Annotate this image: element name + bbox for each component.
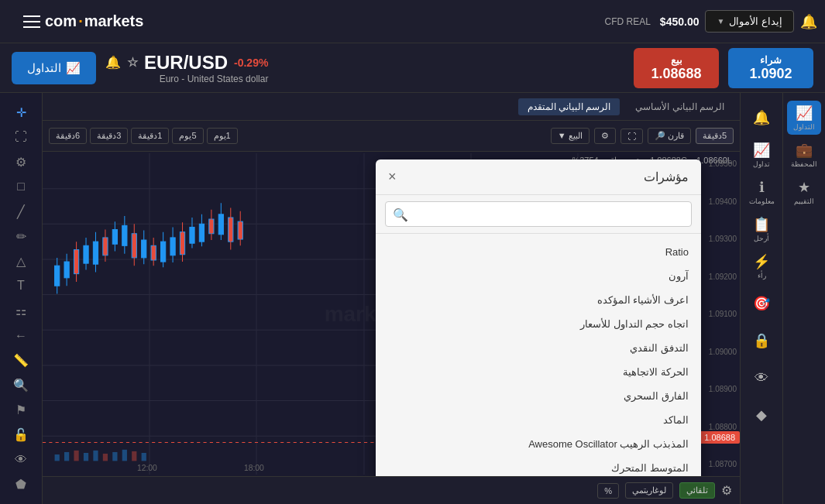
svg-text:18:00: 18:00 [244, 464, 264, 472]
tab-advanced[interactable]: الرسم البياني المتقدم [518, 98, 620, 115]
hamburger-menu-button[interactable] [15, 9, 40, 34]
tool-rectangle[interactable]: □ [5, 175, 36, 198]
tool-more[interactable]: ⬟ [5, 473, 36, 496]
far-right-trade-label: التداول [793, 123, 815, 131]
buy-price: 1.0902 [744, 66, 798, 82]
settings-button[interactable]: ⚙ [594, 128, 616, 144]
svg-rect-116 [84, 453, 88, 461]
tool-line[interactable]: ╱ [5, 200, 36, 223]
sidebar-target[interactable]: 🎯 [744, 286, 779, 321]
tool-eye[interactable]: 👁 [5, 448, 36, 471]
indicator-awesome[interactable]: المذبذب الرهيب Awesome Oscillator [376, 432, 701, 456]
tab-basic[interactable]: الرسم البياني الأساسي [626, 98, 734, 115]
tf-1min[interactable]: 1دقيقة [131, 128, 169, 144]
tf-1day[interactable]: 1يوم [207, 128, 238, 144]
timeframe-group: 1يوم 5يوم 1دقيقة 3دقيقة 6دقيقة [49, 128, 238, 144]
indicator-confirmed[interactable]: اعرف الأشياء المؤكده [376, 288, 701, 312]
tool-flag[interactable]: ⚑ [5, 399, 36, 422]
pair-name: EUR/USD [144, 52, 228, 74]
auto-button[interactable]: تلقائي [679, 482, 715, 499]
buy-button[interactable]: شراء 1.0902 [728, 48, 813, 88]
settings-gear-button[interactable]: ⚙ [721, 483, 732, 498]
sell-button[interactable]: بيع 1.08688 [634, 48, 719, 88]
sidebar-lightning[interactable]: ⚡ رأء [744, 249, 779, 283]
indicators-modal: مؤشرات × 🔍 Ratio آرون اعرف الأشياء المؤك… [376, 159, 701, 476]
trade-btn-label: التداول [27, 61, 61, 75]
compare-button[interactable]: قارن 🔎 [648, 128, 691, 144]
svg-rect-118 [103, 454, 108, 461]
sidebar-eye[interactable]: 👁 [744, 361, 779, 395]
tool-lock[interactable]: 🔓 [5, 423, 36, 447]
tool-expand[interactable]: ⛶ [5, 125, 36, 149]
tool-crosshair[interactable]: ✛ [5, 101, 36, 124]
deposit-label: إيداع الأموال [729, 15, 782, 27]
search-magnify-icon: 🔍 [393, 207, 408, 221]
trade-action-button[interactable]: 📈 التداول [12, 52, 96, 84]
tf-3min[interactable]: 3دقيقة [90, 128, 128, 144]
sidebar-notifications[interactable]: 🔔 [744, 101, 779, 135]
tool-ruler[interactable]: 📏 [5, 349, 36, 372]
indicators-search: 🔍 [376, 195, 701, 234]
far-right-wallet-label: المحفظة [791, 160, 817, 168]
sidebar-info[interactable]: ℹ معلومات [744, 175, 779, 209]
percent-button[interactable]: % [597, 483, 619, 499]
diamond-icon: ◆ [756, 406, 767, 423]
svg-rect-120 [122, 450, 127, 461]
indicator-magic-diff[interactable]: الفارق السحري [376, 384, 701, 408]
sidebar-trading-label: تداول [753, 160, 770, 168]
deposit-button[interactable]: إيداع الأموال ▼ [705, 10, 794, 33]
far-right-wallet-button[interactable]: 💼 المحفظة [787, 138, 821, 172]
pair-description: Euro - United States dollar [105, 74, 268, 84]
sidebar-diamond[interactable]: ◆ [744, 398, 779, 432]
tool-pattern[interactable]: ⚏ [5, 300, 36, 323]
current-price-label: 1.08688 [700, 431, 740, 444]
tool-triangle[interactable]: △ [5, 249, 36, 273]
svg-rect-117 [93, 451, 98, 461]
far-right-rating-button[interactable]: ★ التقييم [787, 175, 821, 209]
svg-rect-114 [64, 452, 69, 461]
chart-area: الرسم البياني الأساسي الرسم البياني المت… [43, 93, 740, 504]
indicator-momentum[interactable]: الحركة الاتجاهية [376, 360, 701, 384]
lock-icon: 🔒 [753, 332, 770, 349]
indicator-moving-avg[interactable]: المتوسط المتحرك [376, 456, 701, 476]
sidebar-lock[interactable]: 🔒 [744, 324, 779, 358]
eye-icon: 👁 [755, 370, 768, 386]
svg-text:12:00: 12:00 [137, 464, 157, 472]
brand-logo: markets·com [45, 12, 143, 30]
far-right-trade-button[interactable]: 📈 التداول [787, 101, 821, 135]
left-sidebar: ✛ ⛶ ⚙ □ ╱ ✏ △ T ⚏ ← 📏 🔍 ⚑ 🔓 👁 ⬟ [0, 93, 43, 504]
tool-settings[interactable]: ⚙ [5, 150, 36, 173]
trading-chart-icon: 📈 [753, 142, 770, 159]
sidebar-trading[interactable]: 📈 تداول [744, 138, 779, 172]
tool-text[interactable]: T [5, 274, 36, 297]
indicator-aron[interactable]: آرون [376, 264, 701, 288]
favorite-star-icon[interactable]: ☆ [127, 55, 138, 70]
indicators-close-button[interactable]: × [388, 169, 397, 185]
dropdown-arrow-icon: ▼ [717, 17, 724, 26]
tf-5day[interactable]: 5يوم [172, 128, 203, 144]
indicators-search-input[interactable] [385, 201, 692, 227]
bottom-bar: ⚙ تلقائي لوغاريتمي % [43, 476, 740, 504]
tf-6min[interactable]: 6دقيقة [49, 128, 87, 144]
info-circle-icon: ℹ [759, 179, 765, 196]
indicator-volume-trend[interactable]: اتجاه حجم التداول للأسعار [376, 312, 701, 336]
tool-arrow[interactable]: ← [5, 324, 36, 348]
tool-brush[interactable]: ✏ [5, 225, 36, 248]
buy-sell-toggle-button[interactable]: البيع ▼ [551, 128, 590, 144]
sidebar-orders[interactable]: 📋 أرحل [744, 212, 779, 246]
timeframe-5min-button[interactable]: 5دقيقة [696, 128, 734, 144]
trade-bar: شراء 1.0902 بيع 1.08688 0.29%- EUR/USD ☆… [0, 43, 825, 93]
notifications-icon[interactable]: 🔔 [800, 13, 817, 30]
trade-chart-icon: 📈 [796, 105, 813, 122]
indicator-cashflow[interactable]: التدفق النقدي [376, 336, 701, 360]
expand-button[interactable]: ⛶ [620, 129, 643, 144]
balance-amount: $450.00 [660, 15, 700, 28]
main-layout: 📈 التداول 💼 المحفظة ★ التقييم 🔔 📈 تداول … [0, 93, 825, 504]
svg-rect-121 [132, 451, 136, 461]
tool-magnify[interactable]: 🔍 [5, 374, 36, 397]
indicator-ratio[interactable]: Ratio [376, 240, 701, 264]
log-button[interactable]: لوغاريتمي [625, 482, 673, 499]
alert-bell-icon[interactable]: 🔔 [105, 55, 121, 70]
indicator-macd[interactable]: الماكد [376, 408, 701, 432]
indicators-modal-title: مؤشرات [644, 170, 689, 184]
